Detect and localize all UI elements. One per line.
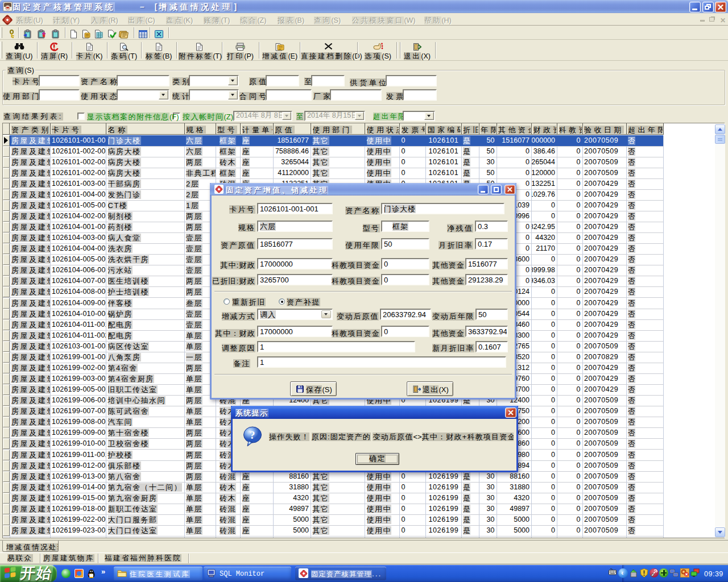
- svg-text:?: ?: [250, 429, 255, 441]
